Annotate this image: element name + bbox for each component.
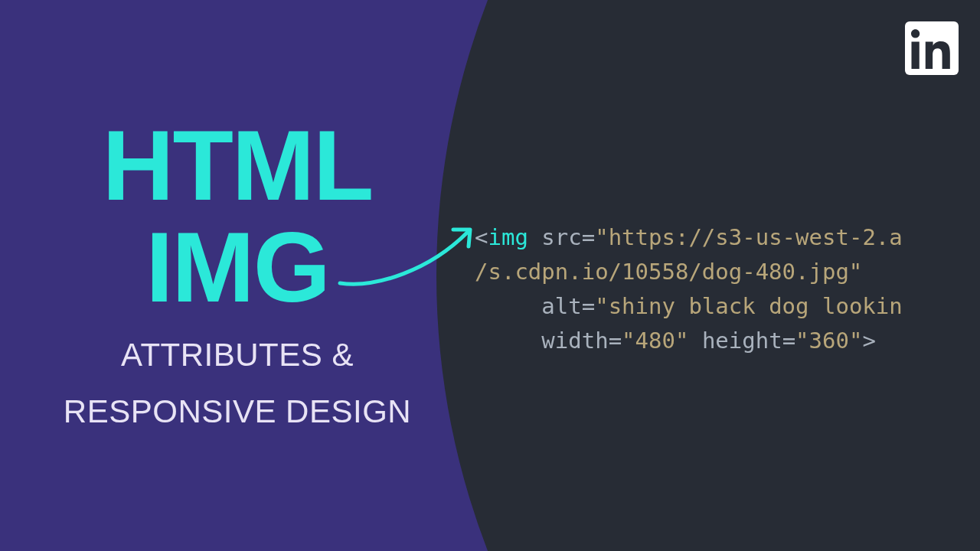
code-attr-width: width (541, 328, 608, 354)
code-attr-src: src (541, 224, 581, 250)
slide-stage: HTML IMG ATTRIBUTES & RESPONSIVE DESIGN … (0, 0, 980, 551)
subtitle-line-1: ATTRIBUTES & (61, 336, 413, 374)
code-val-width: "480" (622, 328, 688, 354)
code-snippet: <img src="https://s3-us-west-2.a /s.cdpn… (475, 220, 980, 358)
title-line-2: IMG (61, 217, 413, 318)
code-attr-alt: alt (541, 293, 581, 319)
code-attr-height: height (702, 328, 782, 354)
title-line-1: HTML (61, 115, 413, 217)
code-tag-name: img (488, 224, 528, 250)
title-block: HTML IMG ATTRIBUTES & RESPONSIVE DESIGN (61, 115, 413, 430)
code-val-src2: /s.cdpn.io/10558/dog-480.jpg" (475, 259, 862, 285)
subtitle-line-2: RESPONSIVE DESIGN (61, 393, 413, 431)
code-val-height: "360" (795, 328, 862, 354)
code-val-alt: "shiny black dog lookin (595, 293, 903, 319)
linkedin-icon (905, 21, 959, 75)
code-val-src1: "https://s3-us-west-2.a (595, 224, 903, 250)
